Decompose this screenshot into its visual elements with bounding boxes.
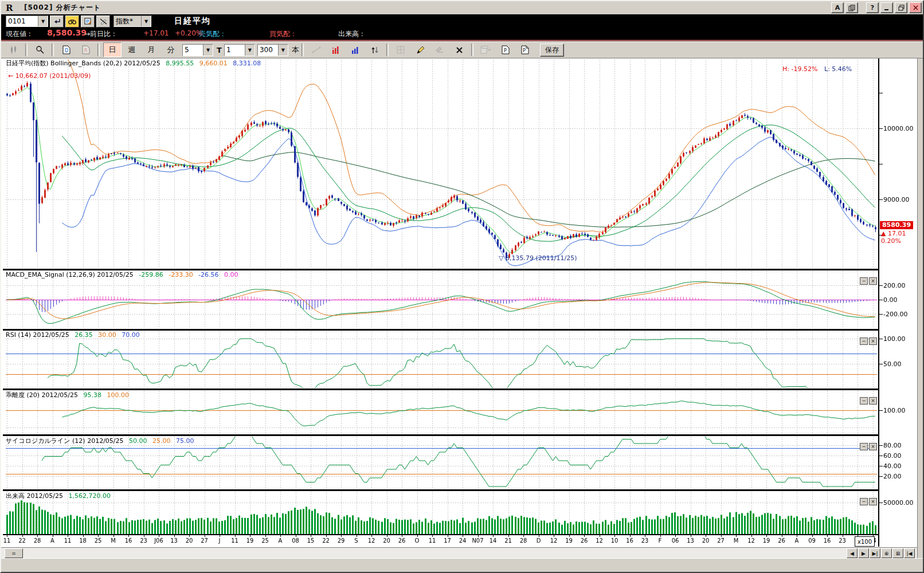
volume-title: 出来高 2012/05/25 xyxy=(6,492,63,500)
panel-minimize-icon[interactable]: − xyxy=(860,443,868,450)
bars-combobox[interactable]: 300 ▼ xyxy=(257,44,288,56)
panel-close-icon[interactable]: × xyxy=(869,498,877,505)
x-axis-label: 12 xyxy=(747,537,755,544)
panel-close-icon[interactable]: × xyxy=(869,443,877,450)
chart-canvas[interactable] xyxy=(1,58,924,547)
period-daily-button[interactable]: 日 xyxy=(103,42,122,57)
x-axis-label: A xyxy=(795,537,799,544)
chevron-down-icon[interactable]: ▼ xyxy=(38,16,48,26)
delete-x-button[interactable] xyxy=(451,42,469,57)
x-axis-label: J xyxy=(219,537,221,544)
t-label: T xyxy=(217,46,222,54)
price-change-marker: ▲ 17.01 xyxy=(881,230,906,237)
panel-minimize-icon[interactable]: − xyxy=(860,498,868,505)
x-axis-label: 27 xyxy=(717,537,725,544)
chart-nav-button-4[interactable]: ⊞ xyxy=(892,548,903,558)
interval-combobox[interactable]: 5 ▼ xyxy=(182,44,213,56)
count-combobox[interactable]: 1 ▼ xyxy=(224,44,255,56)
panel-close-icon[interactable]: × xyxy=(869,277,877,285)
page-d-button[interactable]: D xyxy=(57,42,76,57)
category-combobox[interactable]: 指数* ▼ xyxy=(113,15,151,27)
bb-upper-value: 9,660.01 xyxy=(199,60,228,67)
enter-button[interactable] xyxy=(50,15,64,28)
period-minute-button[interactable]: 分 xyxy=(162,42,180,57)
x-axis-label: O xyxy=(415,537,420,544)
indicator-red-button[interactable] xyxy=(327,42,345,57)
svg-text:D: D xyxy=(65,48,68,53)
chart-nav-buttons: ◀▶▶|⊕⊞|◀ xyxy=(847,548,915,558)
interval-value: 5 xyxy=(183,46,203,54)
pencil-off-icon[interactable] xyxy=(96,15,110,28)
page-copy-button[interactable]: P xyxy=(496,42,515,57)
candle-style-button[interactable] xyxy=(5,42,23,57)
panel-minimize-icon[interactable]: − xyxy=(860,397,868,405)
x-axis-label: D xyxy=(537,537,541,544)
axis-label: 50.00 xyxy=(883,360,902,368)
high-pct-annotation: H: -19.52% xyxy=(782,65,817,73)
ask-label: 売気配： xyxy=(199,29,226,39)
count-value: 1 xyxy=(225,46,245,54)
copy-dropdown-button[interactable] xyxy=(477,42,495,57)
period-weekly-button[interactable]: 週 xyxy=(123,42,141,57)
axis-label: 60.00 xyxy=(883,452,902,460)
chevron-down-icon[interactable]: ▼ xyxy=(141,16,151,26)
x-axis-label: 20 xyxy=(186,537,193,544)
x-axis-label: 24 xyxy=(459,537,467,544)
x-axis-label: 28 xyxy=(520,537,527,544)
chevron-down-icon[interactable]: ▼ xyxy=(203,45,213,56)
page-print-button[interactable]: P xyxy=(516,42,534,57)
chart-nav-button-3[interactable]: ⊕ xyxy=(881,548,892,558)
chart-nav-button-5[interactable]: |◀ xyxy=(904,548,915,558)
psych-value: 50.00 xyxy=(129,437,147,445)
draw-pencil-button[interactable] xyxy=(412,42,430,57)
volume-value: 1,562,720.00 xyxy=(68,492,110,500)
restore-button[interactable] xyxy=(895,2,907,13)
x-axis-label: 26 xyxy=(398,537,406,544)
memo-edit-icon[interactable] xyxy=(81,15,95,28)
bars-value: 300 xyxy=(258,46,278,54)
help-button[interactable]: ? xyxy=(866,2,879,13)
x-axis-label: 22 xyxy=(18,537,26,544)
chart-nav-button-1[interactable]: ▶ xyxy=(858,548,869,558)
x-axis-label: 15 xyxy=(307,537,315,544)
eraser-button[interactable] xyxy=(431,42,449,57)
macd-title: MACD_EMA_Signal (12,26,9) 2012/05/25 xyxy=(6,271,134,278)
chart-nav-button-0[interactable]: ◀ xyxy=(847,548,858,558)
macd-osc-value: -26.56 xyxy=(198,271,218,278)
trendline-tool-button[interactable] xyxy=(307,42,326,57)
close-button[interactable] xyxy=(909,2,922,13)
x-axis-label: 22 xyxy=(322,537,330,544)
chevron-down-icon[interactable]: ▼ xyxy=(245,45,255,56)
chart-nav-button-2[interactable]: ▶| xyxy=(870,548,880,558)
horizontal-scrollbar[interactable]: ≡ ◀▶▶|⊕⊞|◀ xyxy=(1,547,917,559)
psych-high-value: 75.00 xyxy=(176,437,194,445)
period-monthly-button[interactable]: 月 xyxy=(142,42,160,57)
x-axis-label: 16 xyxy=(824,537,831,544)
copy-window-icon[interactable] xyxy=(845,2,858,13)
panel-minimize-icon[interactable]: − xyxy=(860,277,868,285)
x-axis-label: 23 xyxy=(839,537,846,544)
x-axis-label: 13 xyxy=(170,537,178,544)
minimize-button[interactable] xyxy=(880,2,893,13)
scrollbar-thumb[interactable]: ≡ xyxy=(5,548,23,558)
grid-layout-button[interactable] xyxy=(392,42,410,57)
symbol-code-combobox[interactable]: 0101 ▼ xyxy=(6,15,48,27)
zoom-tool-button[interactable] xyxy=(31,42,49,57)
page-r-button[interactable]: R xyxy=(77,42,95,57)
panel-close-icon[interactable]: × xyxy=(869,337,877,345)
analysis-chart-window: R [5002] 分析チャート A ? 0101 ▼ 指数* ▼ 日経平均 xyxy=(0,0,924,573)
chart-toolbar: D R 日 週 月 分 5 ▼ T 1 ▼ 300 ▼ 本 P P xyxy=(1,41,924,58)
kairi-value: 95.38 xyxy=(83,391,101,399)
x-axis-label: 13 xyxy=(687,537,694,544)
chevron-down-icon[interactable]: ▼ xyxy=(278,45,288,56)
search-binoculars-icon[interactable] xyxy=(65,15,79,28)
axis-label: 100.00 xyxy=(883,335,906,343)
axis-label: 200.00 xyxy=(883,282,906,289)
save-button[interactable]: 保存 xyxy=(540,44,564,57)
x-axis-label: 16 xyxy=(125,537,132,544)
panel-minimize-icon[interactable]: − xyxy=(860,337,868,345)
panel-close-icon[interactable]: × xyxy=(869,397,877,405)
annotation-button[interactable]: A xyxy=(831,2,844,13)
indicator-blue-button[interactable] xyxy=(346,42,365,57)
sort-updown-button[interactable] xyxy=(366,42,384,57)
